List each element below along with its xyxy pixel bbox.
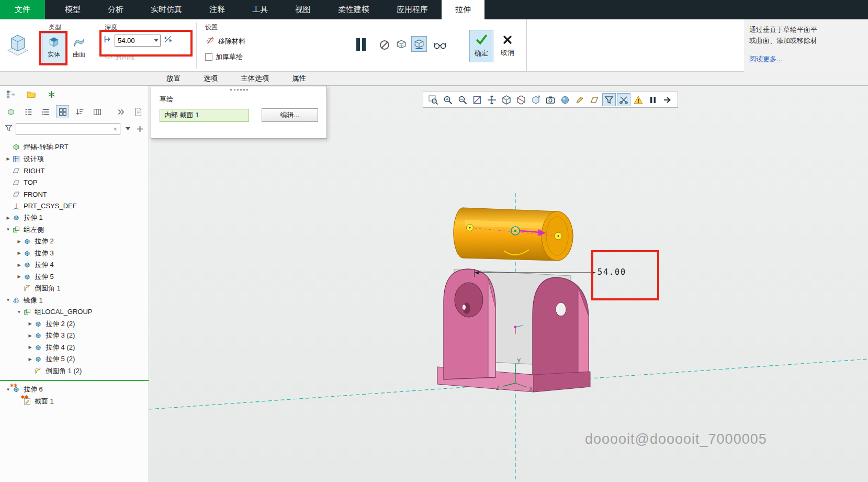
ribbon-tab-视图[interactable]: 视图 — [281, 0, 324, 19]
section-view-icon[interactable] — [514, 93, 528, 106]
ribbon-tab-柔性建模[interactable]: 柔性建模 — [324, 0, 383, 19]
tree-item[interactable]: ▶拉伸 2 — [0, 236, 149, 248]
tree-item[interactable]: ▶拉伸 3 — [0, 248, 149, 260]
tree-item[interactable]: 倒圆角 1 — [0, 283, 149, 295]
expand-arrow[interactable]: ▶ — [4, 156, 12, 161]
tree-item[interactable]: TOP — [0, 177, 149, 189]
tree-item[interactable]: RIGHT — [0, 165, 149, 177]
filter-dropdown-icon[interactable] — [123, 122, 132, 136]
saved-views-icon[interactable] — [529, 93, 543, 106]
grid-view-icon[interactable] — [56, 105, 69, 118]
depth-value-input[interactable] — [115, 37, 152, 44]
display-style-icon[interactable] — [500, 93, 513, 106]
expand-arrow[interactable]: ▶ — [26, 345, 34, 350]
ribbon-tab-实时仿真[interactable]: 实时仿真 — [137, 0, 196, 19]
edit-sketch-button[interactable]: 编辑... — [262, 108, 318, 122]
tree-item[interactable]: ▼组LOCAL_GROUP — [0, 306, 149, 318]
ribbon-tab-应用程序[interactable]: 应用程序 — [383, 0, 442, 19]
add-filter-icon[interactable] — [135, 122, 144, 136]
thicken-sketch-option[interactable]: 加厚草绘 — [205, 52, 243, 62]
pan-icon[interactable] — [485, 93, 499, 106]
dashboard-tab-选项[interactable]: 选项 — [195, 72, 226, 85]
clear-filter-icon[interactable]: × — [110, 125, 120, 133]
sort-icon[interactable] — [73, 105, 86, 118]
tree-item[interactable]: 焊锡-转轴.PRT — [0, 141, 149, 153]
tree-item[interactable]: PRT_CSYS_DEF — [0, 200, 149, 212]
read-more-link[interactable]: 阅读更多... — [749, 53, 782, 64]
verify-preview-icon[interactable] — [394, 37, 409, 52]
resume-icon[interactable] — [661, 93, 674, 106]
ribbon-tab-工具[interactable]: 工具 — [239, 0, 281, 19]
expand-arrow[interactable]: ▶ — [26, 357, 34, 362]
expand-arrow[interactable]: ▶ — [15, 239, 23, 244]
expand-arrow[interactable]: ▼ — [4, 298, 12, 302]
tree-item[interactable]: ▶拉伸 1 — [0, 212, 149, 224]
columns-icon[interactable] — [91, 105, 104, 118]
ribbon-tab-分析[interactable]: 分析 — [94, 0, 137, 19]
list-detail-icon[interactable] — [39, 105, 52, 118]
remove-material-option[interactable]: 移除材料 — [205, 36, 245, 47]
settings-page-icon[interactable] — [131, 105, 144, 118]
graphics-viewport[interactable]: Y X Z 54.00 dooooit@dooooit_7000005 — [149, 86, 868, 482]
tree-item[interactable]: ▶拉伸 4 — [0, 259, 149, 271]
capture-icon[interactable] — [544, 93, 557, 106]
ribbon-tab-注释[interactable]: 注释 — [196, 0, 239, 19]
tree-item[interactable]: ▶设计项 — [0, 153, 149, 165]
tree-item[interactable]: 倒圆角 1 (2) — [0, 365, 149, 377]
ok-button[interactable]: 确定 — [469, 30, 493, 62]
sketch-collector-field[interactable]: 内部 截面 1 — [160, 109, 249, 122]
tree-item[interactable]: ▶拉伸 5 — [0, 271, 149, 283]
tree-filter-input[interactable] — [16, 125, 110, 132]
expand-arrow[interactable]: ▶ — [4, 216, 12, 220]
flip-direction-icon[interactable] — [163, 34, 173, 47]
expand-arrow[interactable]: ▶ — [15, 274, 23, 279]
ribbon-tab-拉伸[interactable]: 拉伸 — [442, 0, 484, 19]
3d-scene[interactable]: Y X Z — [149, 86, 868, 482]
thicken-checkbox[interactable] — [205, 53, 212, 61]
zoom-window-icon[interactable] — [426, 93, 440, 106]
depth-type-icon[interactable] — [103, 35, 112, 46]
overflow-chevrons-icon[interactable] — [114, 105, 127, 118]
zoom-out-icon[interactable] — [456, 93, 469, 106]
cancel-button[interactable]: 取消 — [495, 30, 520, 62]
depth-dimension-label[interactable]: 54.00 — [598, 267, 626, 277]
expand-arrow[interactable]: ▶ — [15, 263, 23, 267]
warning-icon[interactable] — [632, 93, 645, 106]
appearance-icon[interactable] — [558, 93, 572, 106]
depth-dropdown-icon[interactable] — [152, 35, 160, 46]
pause-icon[interactable] — [646, 93, 660, 106]
glasses-preview-icon[interactable] — [432, 38, 448, 52]
model-tree-icon[interactable] — [4, 88, 17, 101]
show-cube-icon[interactable] — [4, 105, 17, 118]
dashboard-tab-属性[interactable]: 属性 — [284, 72, 314, 85]
ribbon-tab-文件[interactable]: 文件 — [0, 0, 45, 19]
no-preview-icon[interactable] — [378, 38, 391, 52]
list-compact-icon[interactable] — [21, 105, 35, 118]
refit-icon[interactable] — [470, 93, 484, 106]
tree-item[interactable]: ▶拉伸 4 (2) — [0, 342, 149, 354]
tree-item[interactable]: ▶拉伸 5 (2) — [0, 353, 149, 365]
panel-grip[interactable] — [230, 89, 248, 91]
favorites-icon[interactable] — [45, 88, 58, 101]
measure-icon[interactable] — [617, 93, 630, 106]
datum-display-icon[interactable] — [588, 93, 601, 106]
expand-arrow[interactable]: ▶ — [26, 321, 34, 326]
attached-preview-icon[interactable] — [411, 36, 427, 52]
dashboard-tab-主体选项[interactable]: 主体选项 — [232, 72, 277, 85]
tree-item[interactable]: FRONT — [0, 188, 149, 200]
expand-arrow[interactable]: ▼ — [4, 227, 12, 232]
expand-arrow[interactable]: ▶ — [26, 333, 34, 338]
expand-arrow[interactable]: ▶ — [15, 251, 23, 255]
solid-button[interactable]: 实体 — [42, 33, 66, 63]
pause-feature-icon[interactable] — [352, 35, 370, 54]
surface-button[interactable]: 曲面 — [67, 33, 91, 63]
tree-item[interactable]: ▶拉伸 2 (2) — [0, 318, 149, 330]
dashboard-tab-放置[interactable]: 放置 — [158, 72, 189, 85]
tree-item[interactable]: ▼镜像 1 — [0, 295, 149, 307]
zoom-in-icon[interactable] — [441, 93, 455, 106]
ribbon-tab-模型[interactable]: 模型 — [51, 0, 94, 19]
expand-arrow[interactable]: ▼ — [15, 310, 23, 315]
tree-item[interactable]: ▼组左侧 — [0, 224, 149, 236]
tree-item[interactable]: ∗∗截面 1 — [0, 396, 149, 408]
tree-item[interactable]: ▶拉伸 3 (2) — [0, 330, 149, 342]
